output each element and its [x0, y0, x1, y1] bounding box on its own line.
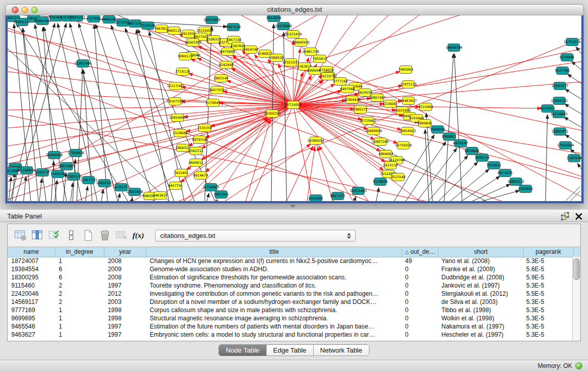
table-row[interactable]: 946554611997Estimation of the future num… [8, 322, 573, 331]
graph-node[interactable]: 10807487 [368, 94, 385, 102]
graph-node[interactable]: 7632621 [487, 162, 502, 169]
graph-node[interactable]: 9118654 [373, 178, 388, 186]
graph-node[interactable]: 9170043 [206, 99, 221, 107]
graph-node[interactable]: 1621072 [320, 73, 335, 80]
graph-node[interactable]: 15892971 [551, 128, 568, 136]
rows-icon[interactable] [63, 228, 79, 243]
column-header-year[interactable]: year [104, 247, 146, 257]
graph-node[interactable]: 2522544 [391, 173, 406, 181]
graph-node[interactable]: 10654945 [169, 114, 186, 122]
graph-node[interactable]: 1615132 [383, 162, 398, 169]
tab-network-table[interactable]: Network Table [314, 345, 369, 356]
column-header-title[interactable]: title [146, 247, 402, 257]
graph-node[interactable]: 10213463 [350, 187, 366, 195]
graph-node[interactable]: 9129996 [560, 54, 575, 61]
graph-node[interactable]: 12213343 [167, 82, 184, 90]
resize-grip-icon[interactable] [566, 186, 580, 201]
graph-node[interactable]: 7625401 [174, 169, 189, 177]
graph-node[interactable]: 19654923 [399, 127, 416, 135]
graph-node[interactable]: 1604321 [176, 144, 190, 152]
graph-node[interactable]: 10688609 [365, 127, 382, 135]
new-table-icon[interactable] [80, 228, 96, 243]
graph-node[interactable]: 1527602 [86, 15, 101, 23]
table-row[interactable]: 977716911998Corpus callosum shape and si… [8, 306, 573, 314]
close-panel-icon[interactable] [574, 212, 583, 221]
graph-node[interactable]: 2582212 [189, 147, 204, 155]
graph-node[interactable]: 7515526 [141, 22, 156, 30]
graph-node[interactable]: 18724007 [285, 101, 301, 109]
tab-edge-table[interactable]: Edge Table [267, 345, 314, 356]
graph-node[interactable]: 2718126 [176, 68, 190, 76]
graph-node[interactable]: 2803144 [214, 75, 229, 82]
graph-node[interactable]: 9242848 [219, 61, 234, 69]
graph-node[interactable]: 15751074 [563, 38, 580, 46]
graph-node[interactable]: 21053346 [74, 60, 91, 68]
graph-node[interactable]: 6479197 [453, 140, 468, 147]
graph-node[interactable]: 9660125 [167, 27, 182, 35]
graph-node[interactable]: 6216043 [383, 100, 398, 108]
graph-node[interactable]: 1052366 [214, 191, 229, 199]
graph-node[interactable]: 1516688 [173, 129, 188, 137]
graph-node[interactable]: 3624554 [358, 89, 373, 97]
graph-node[interactable]: 16648794 [445, 44, 462, 52]
graph-node[interactable]: 17016504 [557, 142, 574, 149]
graph-node[interactable]: 1167534 [567, 155, 581, 162]
graph-node[interactable]: 12093877 [551, 82, 568, 90]
zoom-window-icon[interactable] [31, 7, 38, 13]
graph-node[interactable]: 9463627 [153, 192, 168, 200]
graph-node[interactable]: 9890123 [178, 53, 193, 60]
column-header-short[interactable]: short [439, 247, 524, 257]
graph-node[interactable]: 1640954 [430, 126, 445, 134]
graph-node[interactable]: 16033809 [203, 16, 220, 24]
graph-node[interactable]: 9427552 [210, 86, 225, 94]
table-row[interactable]: 1830029562008Estimation of significance … [8, 273, 573, 281]
graph-node[interactable]: 16210643 [550, 111, 567, 118]
graph-node[interactable]: 7857224 [226, 24, 241, 31]
graph-node[interactable]: 9245652 [518, 185, 533, 193]
graph-node[interactable]: 6497568 [340, 85, 355, 93]
graph-node[interactable]: 9115460 [419, 103, 433, 111]
network-canvas[interactable]: 1872400796317162405572475839162069140681… [8, 15, 581, 201]
graph-node[interactable]: 8921372 [331, 192, 345, 200]
graph-node[interactable]: 1145194 [51, 170, 66, 178]
graph-node[interactable]: 2935114 [475, 154, 490, 162]
splitter-grip-icon[interactable] [290, 205, 296, 208]
close-window-icon[interactable] [12, 7, 18, 13]
column-header-out_de[interactable]: △out_de… [402, 247, 439, 257]
graph-node[interactable]: 3913940 [8, 167, 19, 175]
graph-node[interactable]: 16961758 [302, 48, 319, 56]
tab-node-table[interactable]: Node Table [219, 345, 267, 356]
graph-node[interactable]: 11156839 [18, 167, 35, 174]
table-row[interactable]: 1456911722003Disruption of a novel membe… [8, 298, 573, 306]
graph-node[interactable]: 7955812 [313, 55, 328, 63]
delete-table-icon[interactable] [97, 228, 113, 243]
column-header-pagerank[interactable]: pagerank [524, 247, 574, 257]
graph-node[interactable]: 15718485 [202, 184, 219, 191]
graph-node[interactable]: 12444191 [551, 97, 568, 105]
graph-node[interactable]: 18640910 [292, 39, 309, 47]
graph-node[interactable]: 10654112 [507, 178, 524, 186]
graph-node[interactable]: 8454749 [244, 46, 258, 54]
graph-node[interactable]: 17975115 [400, 81, 417, 89]
graph-node[interactable]: 8813054 [267, 15, 281, 22]
graph-node[interactable]: 15720407 [359, 117, 376, 125]
column-visibility-icon[interactable] [30, 228, 45, 243]
graph-node[interactable]: 17359928 [67, 149, 84, 157]
table-settings-icon[interactable] [13, 228, 28, 243]
graph-node[interactable]: 7485063 [399, 66, 413, 74]
scrollbar-thumb[interactable] [573, 258, 580, 280]
graph-node[interactable]: 1342737 [35, 169, 50, 177]
window-titlebar[interactable]: citations_edges.txt [5, 4, 584, 15]
graph-node[interactable]: 8958921 [442, 133, 457, 141]
graph-node[interactable]: 1588520 [269, 54, 284, 62]
graph-node[interactable]: 10655257 [68, 15, 85, 21]
function-builder-icon[interactable]: f(x) [131, 228, 146, 243]
graph-node[interactable]: 4649011 [189, 159, 204, 167]
graph-node[interactable]: 8475685 [221, 48, 235, 56]
row-select-icon[interactable] [47, 228, 62, 243]
graph-node[interactable]: 16543382 [184, 39, 201, 47]
float-panel-icon[interactable] [560, 212, 570, 221]
column-header-name[interactable]: name [8, 247, 55, 257]
graph-node[interactable]: 12923448 [126, 188, 143, 196]
table-row[interactable]: 2242004622012Investigating the contribut… [8, 290, 573, 298]
